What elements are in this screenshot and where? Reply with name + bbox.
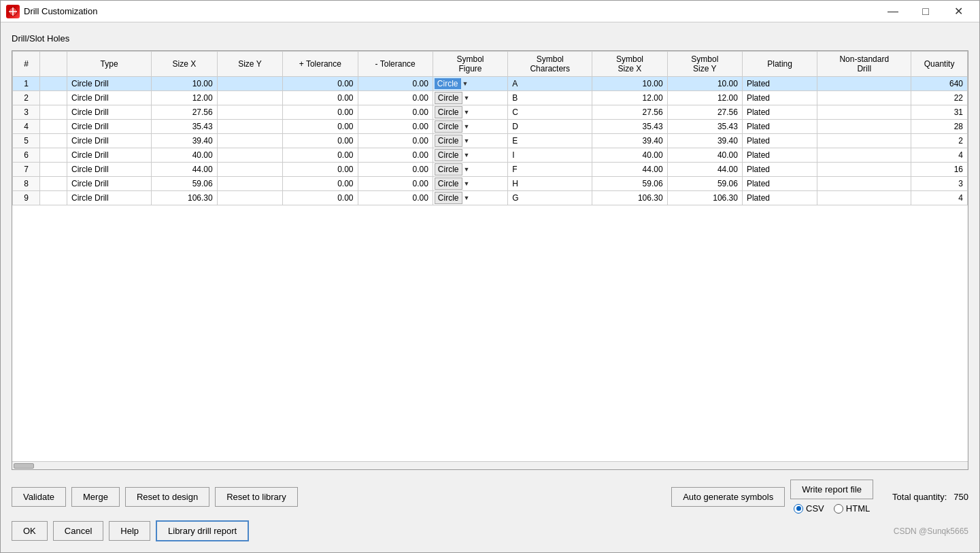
library-report-button[interactable]: Library drill report [156,520,249,541]
sym-fig-dropdown-arrow[interactable]: ▼ [462,80,469,87]
horizontal-scrollbar[interactable] [12,461,968,469]
cell-nonstandard [817,120,911,134]
cell-plating: Plated [742,177,817,191]
reset-library-button[interactable]: Reset to library [215,487,297,507]
ok-button[interactable]: OK [12,521,48,541]
cell-sym-fig[interactable]: Circle▼ [433,91,507,105]
col-nonstandard: Non-standardDrill [817,52,911,77]
sym-fig-dropdown-arrow[interactable]: ▼ [464,95,470,101]
cell-plating: Plated [742,77,817,91]
scrollbar-thumb[interactable] [14,463,34,469]
cell-sym-fig[interactable]: Circle▼ [433,148,507,163]
sym-fig-dropdown-arrow[interactable]: ▼ [464,152,470,158]
cell-checkbox[interactable] [40,91,67,105]
cancel-button[interactable]: Cancel [53,521,103,541]
help-button[interactable]: Help [109,521,150,541]
cell-sym-fig[interactable]: Circle▼ [433,177,507,191]
cell-checkbox[interactable] [40,163,67,177]
cell-checkbox[interactable] [40,177,67,191]
cell-tol-plus: 0.00 [283,105,358,120]
cell-checkbox[interactable] [40,191,67,205]
col-type: Type [67,52,152,77]
cell-nonstandard [817,148,911,163]
total-group: Total quantity: 750 [892,492,968,502]
table-row[interactable]: 3Circle Drill27.560.000.00Circle▼C27.562… [13,105,968,120]
report-format-group: CSV HTML [794,503,870,514]
validate-button[interactable]: Validate [12,487,66,507]
cell-num: 9 [13,191,40,205]
cell-tol-plus: 0.00 [283,120,358,134]
table-row[interactable]: 4Circle Drill35.430.000.00Circle▼D35.433… [13,120,968,134]
sym-fig-dropdown-arrow[interactable]: ▼ [464,195,470,201]
cell-size-y [217,105,283,120]
cell-sym-size-y: 35.43 [667,120,742,134]
cell-checkbox[interactable] [40,105,67,120]
cell-size-x: 40.00 [152,148,218,163]
cell-qty: 4 [911,191,968,205]
cell-sym-size-x: 44.00 [592,163,667,177]
sym-fig-dropdown-arrow[interactable]: ▼ [464,123,470,130]
cell-sym-fig[interactable]: Circle▼ [433,163,507,177]
table-row[interactable]: 5Circle Drill39.400.000.00Circle▼E39.403… [13,134,968,148]
reset-design-button[interactable]: Reset to design [125,487,209,507]
cell-sym-fig[interactable]: Circle▼ [433,120,507,134]
sym-fig-dropdown-arrow[interactable]: ▼ [464,109,470,116]
cell-sym-fig[interactable]: Circle▼ [433,134,507,148]
auto-generate-button[interactable]: Auto generate symbols [671,487,785,507]
sym-fig-dropdown-arrow[interactable]: ▼ [464,137,470,144]
html-radio-circle[interactable] [834,504,843,514]
cell-type: Circle Drill [67,134,152,148]
main-window: Drill Customization — □ ✕ Drill/Slot Hol… [0,0,980,553]
cell-type: Circle Drill [67,177,152,191]
minimize-button[interactable]: — [877,1,909,22]
cell-checkbox[interactable] [40,148,67,163]
cell-sym-size-x: 10.00 [592,77,667,91]
cell-nonstandard [817,105,911,120]
cell-checkbox[interactable] [40,120,67,134]
cell-plating: Plated [742,191,817,205]
col-sym-fig: SymbolFigure [433,52,507,77]
cell-sym-char: B [508,91,592,105]
csv-radio[interactable]: CSV [794,503,824,514]
csv-radio-circle[interactable] [794,504,803,514]
table-row[interactable]: 1Circle Drill10.000.000.00Circle▼A10.001… [13,77,968,91]
cell-sym-size-x: 40.00 [592,148,667,163]
merge-button[interactable]: Merge [71,487,120,507]
table-row[interactable]: 7Circle Drill44.000.000.00Circle▼F44.004… [13,163,968,177]
cell-num: 3 [13,105,40,120]
html-radio[interactable]: HTML [834,503,870,514]
table-body: 1Circle Drill10.000.000.00Circle▼A10.001… [13,77,968,205]
cell-num: 8 [13,177,40,191]
table-row[interactable]: 2Circle Drill12.000.000.00Circle▼B12.001… [13,91,968,105]
cell-sym-size-y: 40.00 [667,148,742,163]
cell-tol-plus: 0.00 [283,163,358,177]
cell-tol-plus: 0.00 [283,134,358,148]
cell-sym-size-y: 39.40 [667,134,742,148]
table-wrapper[interactable]: # Type Size X Size Y + Tolerance - Toler… [12,51,968,461]
table-row[interactable]: 9Circle Drill106.300.000.00Circle▼G106.3… [13,191,968,205]
col-sym-size-y: SymbolSize Y [667,52,742,77]
cell-size-x: 10.00 [152,77,218,91]
col-cb [40,52,67,77]
cell-plating: Plated [742,134,817,148]
cell-type: Circle Drill [67,191,152,205]
close-button[interactable]: ✕ [943,1,974,22]
window-title: Drill Customization [24,6,97,16]
sym-fig-dropdown-arrow[interactable]: ▼ [464,180,470,187]
cell-plating: Plated [742,148,817,163]
cell-num: 7 [13,163,40,177]
cell-checkbox[interactable] [40,134,67,148]
cell-sym-fig[interactable]: Circle▼ [433,77,507,91]
cell-sym-char: D [508,120,592,134]
cell-sym-fig[interactable]: Circle▼ [433,191,507,205]
cell-size-y [217,177,283,191]
table-row[interactable]: 6Circle Drill40.000.000.00Circle▼I40.004… [13,148,968,163]
write-report-button[interactable]: Write report file [790,480,873,499]
table-row[interactable]: 8Circle Drill59.060.000.00Circle▼H59.065… [13,177,968,191]
cell-checkbox[interactable] [40,77,67,91]
cell-sym-fig[interactable]: Circle▼ [433,105,507,120]
col-qty: Quantity [911,52,968,77]
maximize-button[interactable]: □ [910,1,941,22]
sym-fig-dropdown-arrow[interactable]: ▼ [464,166,470,173]
cell-tol-minus: 0.00 [358,120,433,134]
